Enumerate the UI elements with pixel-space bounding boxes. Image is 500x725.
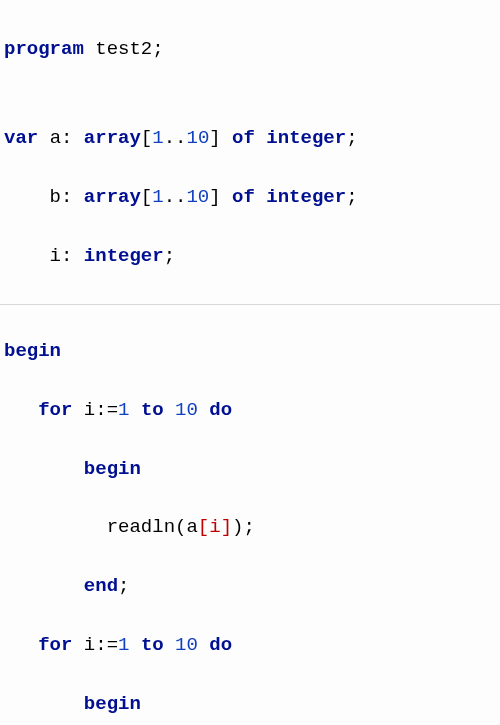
punct: ;	[164, 245, 175, 267]
space	[255, 127, 266, 149]
code-line: begin	[4, 690, 496, 719]
keyword: for	[38, 399, 72, 421]
keyword: integer	[266, 186, 346, 208]
keyword: to	[141, 634, 164, 656]
punct: (	[175, 516, 186, 538]
code-line: begin	[4, 337, 496, 366]
number: 10	[186, 127, 209, 149]
punct: :	[61, 186, 84, 208]
keyword: begin	[84, 458, 141, 480]
code-line: b: array[1..10] of integer;	[4, 183, 496, 212]
punct: ]	[209, 186, 232, 208]
keyword: begin	[4, 340, 61, 362]
space	[4, 458, 84, 480]
code-line: readln(a[i]);	[4, 513, 496, 542]
function: readln	[107, 516, 175, 538]
keyword: to	[141, 399, 164, 421]
code-block: begin for i:=1 to 10 do begin readln(a[i…	[4, 307, 496, 725]
space	[129, 634, 140, 656]
bracket: [	[198, 516, 209, 538]
number: 1	[152, 127, 163, 149]
punct: [	[141, 186, 152, 208]
code-line: i: integer;	[4, 242, 496, 271]
space	[72, 634, 83, 656]
punct: [	[141, 127, 152, 149]
space	[129, 399, 140, 421]
identifier: i	[84, 634, 95, 656]
number: 10	[186, 186, 209, 208]
punct: ..	[164, 186, 187, 208]
identifier: b	[50, 186, 61, 208]
code-line: for i:=1 to 10 do	[4, 396, 496, 425]
punct: ;	[152, 38, 163, 60]
index: i	[209, 516, 220, 538]
identifier: a	[50, 127, 61, 149]
number: 1	[118, 399, 129, 421]
punct: :	[61, 245, 84, 267]
code-line: program test2;	[4, 35, 496, 64]
punct: ..	[164, 127, 187, 149]
space	[4, 186, 50, 208]
number: 1	[152, 186, 163, 208]
punct: ]	[209, 127, 232, 149]
punct: ;	[346, 186, 357, 208]
keyword: array	[84, 186, 141, 208]
code-block: program test2; var a: array[1..10] of in…	[4, 6, 496, 300]
space	[4, 245, 50, 267]
space	[72, 399, 83, 421]
space	[164, 399, 175, 421]
identifier: i	[50, 245, 61, 267]
keyword: of	[232, 127, 255, 149]
identifier: a	[186, 516, 197, 538]
code-line: begin	[4, 455, 496, 484]
keyword: begin	[84, 693, 141, 715]
keyword: integer	[266, 127, 346, 149]
space	[4, 693, 84, 715]
punct: ;	[346, 127, 357, 149]
punct: :	[61, 127, 84, 149]
code-line: var a: array[1..10] of integer;	[4, 124, 496, 153]
number: 10	[175, 634, 198, 656]
space	[4, 634, 38, 656]
punct: ;	[243, 516, 254, 538]
number: 1	[118, 634, 129, 656]
keyword: do	[209, 634, 232, 656]
space	[4, 399, 38, 421]
identifier: i	[84, 399, 95, 421]
space	[38, 127, 49, 149]
keyword: of	[232, 186, 255, 208]
space	[198, 634, 209, 656]
space	[4, 575, 84, 597]
space	[164, 634, 175, 656]
keyword: do	[209, 399, 232, 421]
keyword: var	[4, 127, 38, 149]
keyword: for	[38, 634, 72, 656]
number: 10	[175, 399, 198, 421]
punct: ;	[118, 575, 129, 597]
punct: )	[232, 516, 243, 538]
bracket: ]	[221, 516, 232, 538]
code-line: for i:=1 to 10 do	[4, 631, 496, 660]
keyword: integer	[84, 245, 164, 267]
keyword: array	[84, 127, 141, 149]
code-line: end;	[4, 572, 496, 601]
space	[255, 186, 266, 208]
keyword: end	[84, 575, 118, 597]
identifier: test2	[84, 38, 152, 60]
keyword: program	[4, 38, 84, 60]
space	[198, 399, 209, 421]
punct: :=	[95, 399, 118, 421]
space	[4, 516, 107, 538]
section-divider	[0, 304, 500, 305]
punct: :=	[95, 634, 118, 656]
